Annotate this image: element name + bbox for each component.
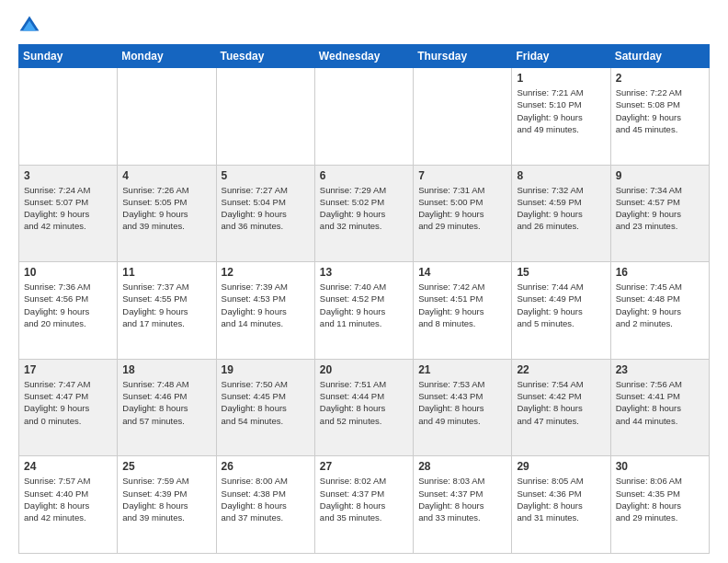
day-info: Sunrise: 7:40 AM Sunset: 4:52 PM Dayligh… — [320, 281, 408, 329]
calendar-day-cell: 20Sunrise: 7:51 AM Sunset: 4:44 PM Dayli… — [314, 359, 413, 456]
calendar-table: SundayMondayTuesdayWednesdayThursdayFrid… — [18, 44, 710, 554]
calendar-day-cell: 12Sunrise: 7:39 AM Sunset: 4:53 PM Dayli… — [216, 262, 314, 360]
day-info: Sunrise: 7:22 AM Sunset: 5:08 PM Dayligh… — [616, 86, 704, 135]
day-info: Sunrise: 7:57 AM Sunset: 4:40 PM Dayligh… — [24, 475, 112, 523]
day-info: Sunrise: 7:53 AM Sunset: 4:43 PM Dayligh… — [418, 378, 506, 427]
day-number: 2 — [616, 72, 704, 85]
calendar-day-cell — [118, 68, 216, 166]
day-number: 11 — [122, 266, 210, 279]
calendar-day-header: Wednesday — [314, 45, 413, 68]
calendar-week-row: 3Sunrise: 7:24 AM Sunset: 5:07 PM Daylig… — [19, 165, 710, 262]
day-info: Sunrise: 7:39 AM Sunset: 4:53 PM Dayligh… — [222, 281, 310, 329]
day-number: 29 — [517, 460, 605, 473]
calendar-week-row: 1Sunrise: 7:21 AM Sunset: 5:10 PM Daylig… — [19, 68, 710, 166]
day-number: 8 — [517, 169, 605, 182]
day-info: Sunrise: 7:34 AM Sunset: 4:57 PM Dayligh… — [616, 184, 704, 233]
day-number: 3 — [24, 169, 112, 182]
day-number: 9 — [616, 169, 704, 182]
day-number: 30 — [616, 460, 704, 473]
day-number: 13 — [320, 266, 408, 279]
day-info: Sunrise: 7:24 AM Sunset: 5:07 PM Dayligh… — [24, 184, 112, 233]
calendar-day-cell: 1Sunrise: 7:21 AM Sunset: 5:10 PM Daylig… — [512, 68, 610, 166]
day-info: Sunrise: 7:29 AM Sunset: 5:02 PM Dayligh… — [320, 184, 408, 233]
calendar-day-header: Sunday — [19, 45, 118, 68]
day-info: Sunrise: 7:27 AM Sunset: 5:04 PM Dayligh… — [222, 184, 310, 233]
day-number: 24 — [24, 460, 112, 473]
day-number: 26 — [222, 460, 310, 473]
calendar-day-header: Tuesday — [216, 45, 314, 68]
calendar-day-cell: 17Sunrise: 7:47 AM Sunset: 4:47 PM Dayli… — [19, 359, 118, 456]
calendar-day-header: Saturday — [610, 45, 709, 68]
day-number: 19 — [222, 363, 310, 376]
day-info: Sunrise: 7:50 AM Sunset: 4:45 PM Dayligh… — [222, 378, 310, 427]
calendar-day-cell: 3Sunrise: 7:24 AM Sunset: 5:07 PM Daylig… — [19, 165, 118, 262]
day-info: Sunrise: 7:54 AM Sunset: 4:42 PM Dayligh… — [517, 378, 605, 427]
calendar-day-cell: 26Sunrise: 8:00 AM Sunset: 4:38 PM Dayli… — [216, 456, 314, 554]
day-info: Sunrise: 7:56 AM Sunset: 4:41 PM Dayligh… — [616, 378, 704, 427]
day-info: Sunrise: 8:02 AM Sunset: 4:37 PM Dayligh… — [320, 475, 408, 523]
calendar-day-cell: 15Sunrise: 7:44 AM Sunset: 4:49 PM Dayli… — [512, 262, 610, 360]
calendar-day-cell: 19Sunrise: 7:50 AM Sunset: 4:45 PM Dayli… — [216, 359, 314, 456]
day-number: 12 — [222, 266, 310, 279]
calendar-day-cell: 23Sunrise: 7:56 AM Sunset: 4:41 PM Dayli… — [610, 359, 709, 456]
calendar-day-cell — [216, 68, 314, 166]
calendar-day-cell — [19, 68, 118, 166]
day-info: Sunrise: 7:32 AM Sunset: 4:59 PM Dayligh… — [517, 184, 605, 233]
calendar-day-cell: 25Sunrise: 7:59 AM Sunset: 4:39 PM Dayli… — [118, 456, 216, 554]
day-number: 17 — [24, 363, 112, 376]
day-number: 10 — [24, 266, 112, 279]
day-number: 15 — [517, 266, 605, 279]
day-number: 7 — [418, 169, 506, 182]
header — [18, 15, 710, 37]
day-info: Sunrise: 8:03 AM Sunset: 4:37 PM Dayligh… — [418, 475, 506, 523]
day-number: 14 — [418, 266, 506, 279]
calendar-day-cell: 13Sunrise: 7:40 AM Sunset: 4:52 PM Dayli… — [314, 262, 413, 360]
day-info: Sunrise: 7:31 AM Sunset: 5:00 PM Dayligh… — [418, 184, 506, 233]
day-info: Sunrise: 8:06 AM Sunset: 4:35 PM Dayligh… — [616, 475, 704, 523]
day-number: 5 — [222, 169, 310, 182]
day-info: Sunrise: 7:37 AM Sunset: 4:55 PM Dayligh… — [122, 281, 210, 329]
calendar-day-cell: 4Sunrise: 7:26 AM Sunset: 5:05 PM Daylig… — [118, 165, 216, 262]
calendar-day-cell: 16Sunrise: 7:45 AM Sunset: 4:48 PM Dayli… — [610, 262, 709, 360]
day-info: Sunrise: 8:05 AM Sunset: 4:36 PM Dayligh… — [517, 475, 605, 523]
day-number: 23 — [616, 363, 704, 376]
calendar-day-cell: 7Sunrise: 7:31 AM Sunset: 5:00 PM Daylig… — [414, 165, 512, 262]
calendar-day-cell — [314, 68, 413, 166]
day-info: Sunrise: 7:48 AM Sunset: 4:46 PM Dayligh… — [122, 378, 210, 427]
day-info: Sunrise: 7:42 AM Sunset: 4:51 PM Dayligh… — [418, 281, 506, 329]
calendar-day-cell: 18Sunrise: 7:48 AM Sunset: 4:46 PM Dayli… — [118, 359, 216, 456]
calendar-day-cell: 30Sunrise: 8:06 AM Sunset: 4:35 PM Dayli… — [610, 456, 709, 554]
calendar-week-row: 24Sunrise: 7:57 AM Sunset: 4:40 PM Dayli… — [19, 456, 710, 554]
calendar-day-header: Monday — [118, 45, 216, 68]
calendar-day-cell: 2Sunrise: 7:22 AM Sunset: 5:08 PM Daylig… — [610, 68, 709, 166]
calendar-week-row: 17Sunrise: 7:47 AM Sunset: 4:47 PM Dayli… — [19, 359, 710, 456]
day-number: 1 — [517, 72, 605, 85]
day-info: Sunrise: 7:45 AM Sunset: 4:48 PM Dayligh… — [616, 281, 704, 329]
calendar-day-cell: 22Sunrise: 7:54 AM Sunset: 4:42 PM Dayli… — [512, 359, 610, 456]
day-number: 25 — [122, 460, 210, 473]
calendar-day-header: Thursday — [414, 45, 512, 68]
calendar-day-cell: 14Sunrise: 7:42 AM Sunset: 4:51 PM Dayli… — [414, 262, 512, 360]
calendar-day-cell: 8Sunrise: 7:32 AM Sunset: 4:59 PM Daylig… — [512, 165, 610, 262]
calendar-day-cell: 10Sunrise: 7:36 AM Sunset: 4:56 PM Dayli… — [19, 262, 118, 360]
day-number: 22 — [517, 363, 605, 376]
calendar-day-cell: 21Sunrise: 7:53 AM Sunset: 4:43 PM Dayli… — [414, 359, 512, 456]
calendar-day-cell: 9Sunrise: 7:34 AM Sunset: 4:57 PM Daylig… — [610, 165, 709, 262]
calendar-day-cell: 6Sunrise: 7:29 AM Sunset: 5:02 PM Daylig… — [314, 165, 413, 262]
day-number: 4 — [122, 169, 210, 182]
day-info: Sunrise: 7:21 AM Sunset: 5:10 PM Dayligh… — [517, 86, 605, 135]
calendar-week-row: 10Sunrise: 7:36 AM Sunset: 4:56 PM Dayli… — [19, 262, 710, 360]
page: SundayMondayTuesdayWednesdayThursdayFrid… — [0, 0, 728, 563]
day-number: 21 — [418, 363, 506, 376]
day-number: 27 — [320, 460, 408, 473]
day-number: 6 — [320, 169, 408, 182]
day-info: Sunrise: 8:00 AM Sunset: 4:38 PM Dayligh… — [222, 475, 310, 523]
logo — [18, 15, 44, 37]
day-number: 20 — [320, 363, 408, 376]
day-info: Sunrise: 7:51 AM Sunset: 4:44 PM Dayligh… — [320, 378, 408, 427]
calendar-day-cell: 11Sunrise: 7:37 AM Sunset: 4:55 PM Dayli… — [118, 262, 216, 360]
logo-icon — [18, 15, 40, 37]
day-info: Sunrise: 7:36 AM Sunset: 4:56 PM Dayligh… — [24, 281, 112, 329]
calendar-day-cell — [414, 68, 512, 166]
day-info: Sunrise: 7:26 AM Sunset: 5:05 PM Dayligh… — [122, 184, 210, 233]
